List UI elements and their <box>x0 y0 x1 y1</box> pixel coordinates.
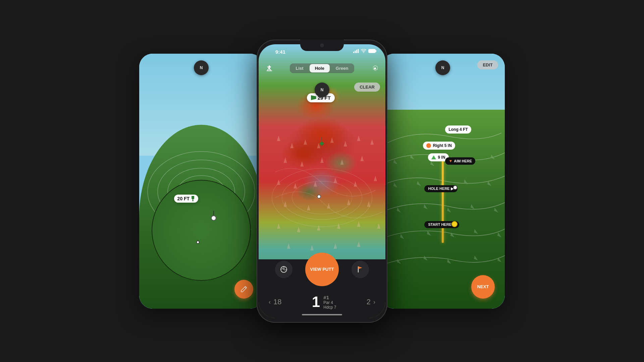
next-arrow[interactable]: › <box>373 299 375 306</box>
svg-marker-74 <box>417 181 421 186</box>
svg-marker-90 <box>447 259 451 264</box>
clear-button[interactable]: CLEAR <box>354 83 380 92</box>
compass-center: N <box>315 83 329 97</box>
svg-marker-91 <box>474 255 478 260</box>
compass-left: N <box>194 60 209 75</box>
svg-marker-67 <box>393 159 397 164</box>
svg-marker-77 <box>487 181 491 186</box>
ball-icon-button[interactable] <box>275 261 292 278</box>
svg-rect-58 <box>355 51 356 53</box>
hole-marker <box>453 185 458 190</box>
bottom-controls: VIEW PUTT <box>259 253 385 286</box>
svg-marker-72 <box>491 154 495 159</box>
stat-right-badge: Right 5 IN <box>423 142 455 150</box>
putt-line <box>442 159 444 243</box>
aim-here-badge: ▼ AIM HERE <box>445 157 475 165</box>
distance-badge-left: 20 FT <box>174 195 199 203</box>
svg-marker-73 <box>393 183 397 188</box>
distance-value-left: 20 FT <box>177 196 190 201</box>
svg-marker-68 <box>410 154 414 159</box>
svg-marker-81 <box>471 204 475 209</box>
svg-point-18 <box>192 200 194 201</box>
hole-navigation: ‹ 18 1 #1 Par 4 Hdcp 7 2 › <box>259 295 385 310</box>
hdcp-info: Hdcp 7 <box>323 305 336 310</box>
hole-here-badge: HOLE HERE ▶ <box>424 185 458 192</box>
compass-right: N <box>435 60 450 75</box>
next-hole-number: 2 <box>367 298 371 306</box>
bottom-bar: VIEW PUTT ‹ 18 <box>259 259 385 318</box>
battery-icon <box>368 49 377 53</box>
hole-hashtag: #1 <box>323 295 336 300</box>
prev-arrow[interactable]: ‹ <box>269 299 271 306</box>
tab-group: List Hole Green <box>290 63 355 73</box>
home-indicator <box>302 314 342 315</box>
par-info: Par 4 <box>323 300 336 305</box>
flag-icon-button[interactable] <box>352 261 369 278</box>
svg-marker-88 <box>397 259 401 264</box>
pencil-button[interactable] <box>234 280 253 299</box>
svg-rect-60 <box>358 49 359 53</box>
svg-marker-85 <box>450 232 454 237</box>
svg-marker-92 <box>497 257 501 262</box>
status-icons <box>353 49 377 53</box>
svg-marker-89 <box>424 255 428 260</box>
signal-icon <box>353 49 359 53</box>
green-oval <box>152 180 251 281</box>
stat-long-badge: Long 4 FT <box>445 125 471 134</box>
svg-marker-76 <box>464 179 468 184</box>
current-hole-number: 1 <box>312 295 320 309</box>
edit-button[interactable]: EDIT <box>477 60 498 69</box>
svg-rect-63 <box>376 50 376 52</box>
phone-screen: 29 FT 9:41 <box>259 44 385 318</box>
right-screen: Long 4 FT Right 5 IN 9 IN ▼ AIM HERE <box>381 54 505 309</box>
view-putt-button[interactable]: VIEW PUTT <box>305 253 339 286</box>
close-button[interactable]: ✕ <box>264 63 274 73</box>
svg-marker-69 <box>430 161 434 166</box>
svg-marker-87 <box>497 232 501 237</box>
svg-marker-80 <box>447 207 451 212</box>
status-time: 9:41 <box>275 49 285 55</box>
svg-rect-59 <box>356 50 357 53</box>
prev-hole-number: 18 <box>273 298 281 306</box>
left-screen: 20 FT N <box>139 54 263 309</box>
screens-container: 20 FT N <box>80 30 564 332</box>
tab-hole[interactable]: Hole <box>310 64 330 72</box>
svg-marker-78 <box>397 207 401 212</box>
wifi-icon <box>361 49 366 53</box>
start-marker <box>451 221 458 227</box>
svg-marker-84 <box>427 230 431 236</box>
svg-marker-83 <box>400 234 404 239</box>
tab-bar: ✕ List Hole Green <box>259 61 385 76</box>
tab-green[interactable]: Green <box>330 64 354 72</box>
front-camera <box>320 43 324 47</box>
svg-marker-86 <box>474 229 478 234</box>
center-phone: 29 FT 9:41 <box>257 40 387 323</box>
svg-rect-57 <box>353 52 354 53</box>
tab-list[interactable]: List <box>290 64 309 72</box>
svg-point-61 <box>363 52 364 53</box>
svg-marker-82 <box>494 207 498 212</box>
svg-rect-64 <box>369 49 375 52</box>
settings-button[interactable] <box>370 63 380 73</box>
svg-marker-79 <box>424 204 428 209</box>
next-button[interactable]: NEXT <box>471 275 495 299</box>
phone-notch <box>300 40 344 51</box>
